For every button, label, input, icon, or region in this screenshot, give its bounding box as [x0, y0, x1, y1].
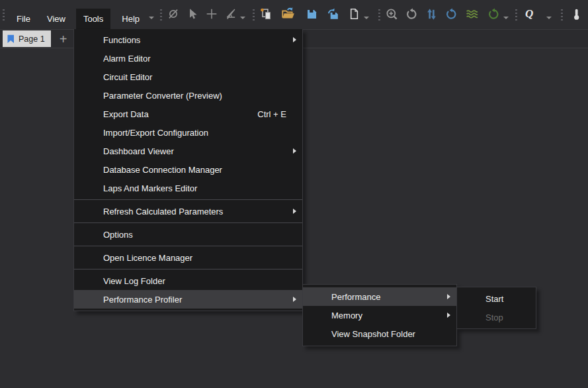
submenu-arrow-icon [447, 313, 450, 318]
save-icon [306, 8, 318, 21]
hide-visibility-button[interactable] [165, 0, 181, 29]
menu-item-parameter-converter[interactable]: Parameter Converter (Preview) [74, 86, 302, 105]
menu-item-options[interactable]: Options [74, 225, 302, 244]
menu-item-view-log-folder[interactable]: View Log Folder [74, 271, 302, 290]
q-tool-icon[interactable] [522, 0, 536, 29]
tab-label: Page 1 [19, 34, 45, 44]
menu-item-label: Stop [485, 313, 503, 322]
app-window: File View Tools Help [0, 0, 588, 388]
undo-green-icon [487, 8, 500, 21]
menu-item-start[interactable]: Start [457, 289, 536, 308]
save-refresh-button[interactable] [325, 0, 341, 29]
toolbar-overflow-chevron-icon[interactable] [148, 0, 155, 29]
swap-vertical-icon [425, 8, 438, 21]
menu-item-label: Database Connection Manager [103, 165, 222, 175]
toolbar-grip[interactable] [378, 9, 380, 21]
new-doc-dropdown-chevron-icon[interactable] [363, 0, 370, 29]
menu-item-database-connection-manager[interactable]: Database Connection Manager [74, 160, 302, 179]
angle-off-icon [225, 8, 237, 20]
smoothing-button[interactable] [463, 0, 482, 29]
menu-item-label: Performance [331, 292, 380, 302]
menu-item-shortcut: Ctrl + E [257, 109, 286, 119]
menu-item-label: Parameter Converter (Preview) [103, 91, 222, 101]
undo-zoom-button[interactable] [403, 0, 419, 29]
menu-item-label: Export Data [103, 109, 149, 119]
zoom-in-icon [386, 8, 398, 21]
submenu-arrow-icon [293, 37, 296, 42]
undo-swap-button[interactable] [443, 0, 459, 29]
menu-view[interactable]: View [40, 9, 73, 29]
toolbar-grip[interactable] [160, 9, 162, 21]
menu-item-performance-profiler[interactable]: Performance Profiler [74, 290, 302, 309]
save-button[interactable] [304, 0, 319, 29]
performance-submenu: Start Stop [456, 287, 536, 329]
toolbar-grip[interactable] [561, 9, 563, 21]
submenu-arrow-icon [293, 148, 296, 154]
menu-file[interactable]: File [9, 9, 38, 29]
menu-separator [74, 199, 302, 200]
tools-menu: Functions Alarm Editor Circuit Editor Pa… [73, 29, 303, 311]
menu-item-label: Options [103, 230, 133, 240]
menu-item-refresh-calculated-parameters[interactable]: Refresh Calculated Parameters [74, 202, 302, 220]
cursor-icon [187, 8, 198, 20]
menu-item-label: Open Licence Manager [103, 253, 192, 263]
menu-item-label: Alarm Editor [103, 54, 151, 64]
crosshair-button[interactable] [204, 0, 220, 29]
menu-help[interactable]: Help [114, 9, 147, 29]
undo-smoothing-button[interactable] [485, 0, 501, 29]
menu-item-label: View Log Folder [103, 276, 165, 286]
menu-item-label: Memory [331, 311, 362, 320]
bookmark-icon [7, 34, 15, 44]
thermometer-button[interactable] [568, 0, 584, 29]
submenu-arrow-icon [293, 297, 296, 302]
thermometer-icon [570, 8, 582, 21]
q-dropdown-chevron-icon[interactable] [546, 0, 552, 29]
menu-item-label: Dashboard Viewer [103, 146, 174, 156]
toolbar-grip[interactable] [515, 9, 517, 21]
menu-item-view-snapshot-folder[interactable]: View Snapshot Folder [303, 324, 456, 343]
menu-item-circuit-editor[interactable]: Circuit Editor [74, 68, 302, 86]
tab-page-1[interactable]: Page 1 [3, 30, 51, 47]
menu-item-functions[interactable]: Functions [74, 30, 302, 49]
menu-tools[interactable]: Tools [76, 9, 110, 29]
eye-off-icon [167, 8, 179, 20]
submenu-arrow-icon [447, 294, 450, 299]
add-page-button[interactable]: + [56, 30, 71, 47]
menu-item-import-export-configuration[interactable]: Import/Export Configuration [74, 123, 302, 142]
menu-item-alarm-editor[interactable]: Alarm Editor [74, 49, 302, 68]
angle-dropdown-chevron-icon[interactable] [239, 0, 246, 29]
angle-measure-button[interactable] [223, 0, 239, 29]
open-folder-icon [281, 7, 296, 21]
cursor-button[interactable] [185, 0, 200, 29]
save-refresh-icon [327, 8, 339, 21]
zoom-in-button[interactable] [384, 0, 399, 29]
undo-blue-icon [445, 8, 458, 21]
menu-item-label: Refresh Calculated Parameters [103, 207, 223, 217]
menu-item-label: Import/Export Configuration [103, 128, 208, 138]
open-folder-button[interactable] [279, 0, 298, 29]
menu-separator [74, 269, 302, 269]
menu-item-open-licence-manager[interactable]: Open Licence Manager [74, 248, 302, 267]
new-document-button[interactable] [346, 0, 362, 29]
menu-item-label: Circuit Editor [103, 72, 152, 82]
smooth-waves-icon [464, 8, 480, 21]
menu-item-memory[interactable]: Memory [303, 306, 456, 324]
menu-item-label: Start [485, 294, 503, 304]
crosshair-icon [206, 8, 218, 20]
performance-profiler-submenu: Performance Memory View Snapshot Folder [302, 284, 457, 346]
menu-item-dashboard-viewer[interactable]: Dashboard Viewer [74, 142, 302, 160]
import-configuration-button[interactable] [258, 0, 274, 29]
menu-item-stop: Stop [457, 308, 536, 326]
toolbar-grip[interactable] [253, 9, 255, 21]
menu-separator [74, 222, 302, 223]
menu-item-export-data[interactable]: Export Data Ctrl + E [74, 105, 302, 123]
menu-item-performance[interactable]: Performance [303, 287, 456, 306]
menu-item-label: Performance Profiler [103, 295, 182, 305]
menu-separator [74, 246, 302, 246]
toolbar-grip[interactable] [3, 9, 5, 21]
smoothing-dropdown-chevron-icon[interactable] [503, 0, 509, 29]
menu-item-label: View Snapshot Folder [331, 329, 415, 339]
swap-vertical-button[interactable] [423, 0, 439, 29]
menu-bar: File View Tools Help [0, 0, 588, 29]
menu-item-laps-and-markers-editor[interactable]: Laps And Markers Editor [74, 179, 302, 197]
